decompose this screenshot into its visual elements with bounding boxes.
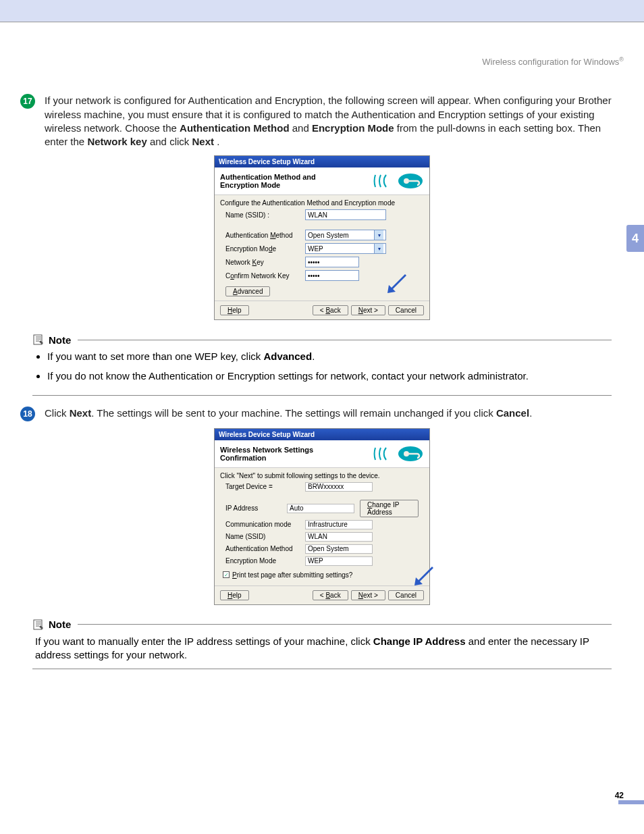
svg-point-5: [404, 451, 409, 457]
ip-address-label: IP Address: [225, 504, 281, 512]
auth-method-label: Authentication Method: [225, 232, 300, 239]
note-2: Note If you want to manually enter the I…: [32, 619, 612, 670]
ip-address-value: Auto: [287, 504, 354, 513]
page-number: 42: [615, 791, 624, 800]
svg-marker-6: [414, 567, 433, 585]
note-icon: [32, 334, 45, 346]
confirm-key-input[interactable]: •••••: [305, 270, 359, 281]
conf-auth-label: Authentication Method: [225, 545, 300, 552]
chevron-down-icon: ▾: [374, 230, 383, 240]
back-button[interactable]: < Back: [313, 305, 348, 315]
dialog2-titlebar: Wireless Device Setup Wizard: [215, 429, 429, 440]
note-icon: [32, 619, 45, 631]
chevron-down-icon: ▾: [374, 244, 383, 253]
conf-ssid-label: Name (SSID): [225, 533, 300, 540]
conf-ssid-value: WLAN: [305, 532, 373, 542]
dialog2-heading: Wireless Network Settings Confirmation: [220, 446, 342, 462]
comm-mode-label: Communication mode: [225, 521, 300, 528]
help-button[interactable]: Help: [220, 590, 249, 600]
note-1-item-1: If you want to set more than one WEP key…: [47, 350, 612, 363]
network-key-input[interactable]: •••••: [305, 257, 359, 267]
step-17: 17 If your network is configured for Aut…: [20, 94, 624, 149]
next-button[interactable]: Next >: [351, 305, 385, 315]
step-number-badge: 17: [20, 94, 41, 149]
comm-mode-value: Infrastructure: [305, 520, 373, 529]
next-button[interactable]: Next >: [351, 590, 385, 600]
step-17-number: 17: [20, 94, 35, 109]
step-18-body: Click Next. The settings will be sent to…: [45, 407, 624, 421]
back-button[interactable]: < Back: [313, 590, 348, 600]
step-18: 18 Click Next. The settings will be sent…: [20, 407, 624, 421]
page-content: Wireless configuration for Windows® 4 17…: [0, 22, 644, 808]
wireless-icon: [370, 444, 424, 463]
auth-encryption-dialog: Wireless Device Setup Wizard Authenticat…: [214, 155, 430, 320]
print-test-checkbox[interactable]: ✓: [223, 571, 230, 578]
step-number-badge: 18: [20, 407, 41, 421]
dialog2-subtitle: Click "Next" to submit following setting…: [215, 468, 429, 481]
help-button[interactable]: Help: [220, 305, 249, 315]
pointer-arrow-icon: [385, 273, 409, 297]
pointer-arrow-icon: [412, 565, 436, 590]
change-ip-button[interactable]: Change IP Address: [360, 500, 419, 517]
cancel-button[interactable]: Cancel: [388, 305, 424, 315]
dialog1-heading: Authentication Method and Encryption Mod…: [220, 173, 342, 189]
dialog1-subtitle: Configure the Authentication Method and …: [215, 195, 429, 208]
print-test-label: Print test page after submitting setting…: [232, 571, 352, 579]
encryption-mode-dropdown[interactable]: WEP▾: [305, 243, 386, 254]
note-2-title: Note: [49, 619, 71, 630]
network-key-label: Network Key: [225, 259, 300, 266]
ssid-input[interactable]: WLAN: [305, 209, 386, 220]
target-device-label: Target Device =: [225, 483, 300, 490]
top-header-bar: [0, 0, 644, 22]
confirmation-dialog: Wireless Device Setup Wizard Wireless Ne…: [214, 428, 430, 605]
running-header: Wireless configuration for Windows®: [20, 56, 624, 67]
step-17-body: If your network is configured for Authen…: [45, 94, 624, 149]
wireless-icon: [370, 172, 424, 190]
note-1-title: Note: [49, 334, 71, 346]
chapter-tab: 4: [626, 225, 644, 252]
conf-enc-value: WEP: [305, 556, 373, 566]
conf-auth-value: Open System: [305, 544, 373, 554]
cancel-button[interactable]: Cancel: [388, 590, 424, 600]
dialog1-titlebar: Wireless Device Setup Wizard: [215, 156, 429, 167]
advanced-button[interactable]: Advanced: [225, 286, 270, 296]
note-1: Note If you want to set more than one WE…: [32, 334, 612, 396]
note-1-item-2: If you do not know the Authentication or…: [47, 369, 612, 383]
conf-enc-label: Encryption Mode: [225, 557, 300, 565]
auth-method-dropdown[interactable]: Open System▾: [305, 230, 386, 240]
svg-marker-2: [387, 274, 406, 293]
encryption-mode-label: Encryption Mode: [225, 245, 300, 253]
header-text: Wireless configuration for Windows: [482, 57, 619, 67]
registered-mark: ®: [619, 56, 624, 63]
svg-point-1: [404, 178, 409, 184]
ssid-label: Name (SSID) :: [225, 211, 300, 219]
step-18-number: 18: [20, 407, 35, 421]
confirm-key-label: Confirm Network Key: [225, 272, 300, 280]
footer-accent: [618, 800, 644, 804]
target-device-value: BRWxxxxxx: [305, 482, 373, 492]
